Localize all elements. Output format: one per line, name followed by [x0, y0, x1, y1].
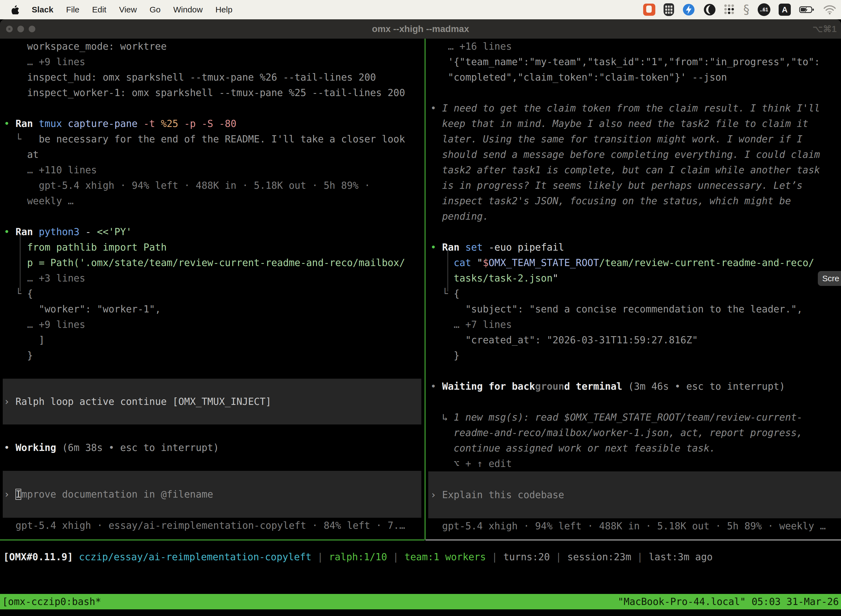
- text-segment: should send a message before completing …: [431, 149, 820, 160]
- terminal-line: pending.: [431, 209, 841, 224]
- text-segment: └: [431, 288, 454, 299]
- terminal-line: "completed","claim_token":"claim-token"}…: [431, 70, 841, 85]
- menu-item-go[interactable]: Go: [149, 5, 161, 14]
- omx-status-segment: |: [312, 551, 329, 562]
- terminal-line: [4, 424, 425, 440]
- menu-item-file[interactable]: File: [66, 5, 79, 14]
- shield-grid-icon[interactable]: [664, 3, 674, 16]
- text-segment: •: [4, 226, 15, 238]
- letter-a-icon[interactable]: A: [779, 4, 791, 16]
- terminal-line: … +3 lines: [4, 270, 425, 286]
- text-segment: capture-pane: [68, 118, 144, 129]
- menu-item-slack[interactable]: Slack: [32, 5, 53, 14]
- right-prompt-input[interactable]: › Explain this codebase: [428, 471, 841, 518]
- text-segment: gpt-5.4 xhigh · essay/ai-reimplementatio…: [4, 520, 405, 531]
- left-inject-box[interactable]: › Ralph loop active continue [OMX_TMUX_I…: [3, 378, 421, 424]
- menu-item-window[interactable]: Window: [173, 5, 203, 14]
- menu-item-edit[interactable]: Edit: [92, 5, 107, 14]
- text-segment: gpt-5.4 xhigh · 94% left · 488K in · 5.1…: [4, 180, 370, 191]
- terminal-line: • Working (6m 38s • esc to interrupt): [4, 440, 425, 455]
- text-segment: Explain this codebase: [442, 489, 564, 500]
- screen: { "menubar": { "app_name": "Slack", "ite…: [0, 0, 841, 616]
- text-segment: /team/review-current-readme-and-reco/: [599, 257, 814, 268]
- terminal-line: }: [4, 348, 425, 363]
- menu-item-view[interactable]: View: [119, 5, 136, 14]
- omx-status-segment: session:23m: [567, 551, 631, 562]
- omx-status-segment: last:3m ago: [649, 551, 713, 562]
- text-segment: └: [4, 288, 27, 299]
- text-segment: is in progress? It seems likely but perh…: [431, 180, 803, 191]
- text-segment: cat: [454, 257, 477, 268]
- text-segment: d terminal: [564, 381, 628, 392]
- blue-bolt-icon[interactable]: [682, 3, 695, 16]
- terminal-line: └ {: [4, 286, 425, 301]
- squiggle-icon[interactable]: §: [743, 4, 749, 16]
- text-segment: "subject": "send a concise recommendatio…: [431, 304, 803, 315]
- terminal-line: › Ralph loop active continue [OMX_TMUX_I…: [4, 394, 421, 409]
- text-segment: ›: [4, 489, 15, 500]
- terminal-line: gpt-5.4 xhigh · 94% left · 488K in · 5.1…: [431, 518, 841, 534]
- text-segment: }: [431, 350, 459, 361]
- text-segment: … +9 lines: [4, 319, 85, 330]
- terminal-line: "worker": "worker-1",: [4, 301, 425, 317]
- text-segment: (3m 46s • esc to interrupt): [628, 381, 785, 392]
- text-segment: (6m 38s • esc to interrupt): [62, 442, 219, 453]
- text-segment: -t: [144, 118, 161, 129]
- text-segment: "completed","claim_token":"claim-token"}…: [431, 72, 727, 83]
- dots-grid-icon[interactable]: [724, 4, 735, 15]
- text-segment: $: [483, 257, 489, 268]
- text-segment: … +9 lines: [4, 56, 85, 67]
- wifi-icon[interactable]: [823, 5, 836, 15]
- terminal-line: [431, 85, 841, 100]
- badge-61-icon[interactable]: ..61: [757, 3, 771, 16]
- tmux-session-label: [omx-cczip0:bash*: [2, 596, 101, 607]
- left-pane-bottom-border: [0, 540, 425, 540]
- text-segment: tasks/task-2.json: [454, 273, 552, 284]
- menu-bar: Slack FileEditViewGoWindowHelp §..61A: [0, 0, 841, 19]
- omx-status-segment: |: [550, 551, 567, 562]
- right-pane-bottom-border: [425, 540, 841, 540]
- omx-status-segment: ralph:1/10: [329, 551, 387, 562]
- text-segment: Ralph loop active continue [OMX_TMUX_INJ…: [15, 396, 271, 407]
- terminal-line: ⌥ + ↑ edit: [431, 456, 841, 471]
- text-segment: tmux: [39, 118, 67, 129]
- text-segment: {: [27, 288, 33, 299]
- terminal-line: └ be necessary for the end of the README…: [4, 131, 425, 147]
- terminal-line: "created_at": "2026-03-31T11:59:27.816Z": [431, 332, 841, 348]
- crescent-icon[interactable]: [703, 3, 716, 16]
- text-segment: "created_at": "2026-03-31T11:59:27.816Z": [431, 334, 698, 346]
- terminal-block: workspace_mode: worktree … +9 lines insp…: [4, 39, 425, 378]
- text-segment: inspect_hud: omx sparkshell --tmux-pane …: [4, 72, 376, 83]
- text-segment: ↳: [431, 412, 454, 423]
- text-segment: •: [431, 242, 442, 253]
- terminal-line: '{"team_name":"my-team","task_id":"1","f…: [431, 54, 841, 70]
- battery-charging-icon[interactable]: [799, 6, 815, 14]
- text-segment: python3: [39, 226, 85, 238]
- text-segment: 1 new msg(s): read $OMX_TEAM_STATE_ROOT/…: [454, 412, 802, 423]
- terminal-content: workspace_mode: worktree … +9 lines insp…: [0, 39, 841, 616]
- terminal-line: should send a message before completing …: [431, 147, 841, 162]
- text-segment: └: [4, 133, 39, 145]
- terminal-block: … +16 lines '{"team_name":"my-team","tas…: [431, 39, 841, 471]
- text-segment: … +16 lines: [431, 41, 512, 52]
- chat-badge-icon[interactable]: [643, 4, 655, 16]
- left-prompt-input[interactable]: › Improve documentation in @filename: [3, 471, 421, 518]
- text-segment: … +7 lines: [431, 319, 512, 330]
- text-segment: Ran: [15, 226, 39, 238]
- text-segment: I need to get the claim token from the c…: [442, 103, 820, 114]
- text-segment: -p -S -80: [184, 118, 236, 129]
- terminal-line: … +7 lines: [431, 317, 841, 332]
- text-segment: '{"team_name":"my-team","task_id":"1","f…: [431, 56, 820, 67]
- terminal-line: workspace_mode: worktree: [4, 39, 425, 54]
- window-titlebar[interactable]: omx --xhigh --madmax ⌥⌘1: [0, 19, 841, 39]
- text-segment: {: [454, 288, 459, 299]
- status-icons: §..61A: [643, 0, 841, 19]
- terminal-line: • Ran tmux capture-pane -t %25 -p -S -80: [4, 116, 425, 131]
- terminal-line: • Waiting for background terminal (3m 46…: [431, 378, 841, 394]
- terminal-line: inspect_hud: omx sparkshell --tmux-pane …: [4, 70, 425, 85]
- menu-item-help[interactable]: Help: [215, 5, 233, 14]
- apple-icon[interactable]: [12, 5, 19, 14]
- text-segment: pending.: [431, 211, 489, 222]
- text-segment: task2 after task1 is complete, but can I…: [431, 164, 820, 176]
- terminal-line: }: [431, 348, 841, 363]
